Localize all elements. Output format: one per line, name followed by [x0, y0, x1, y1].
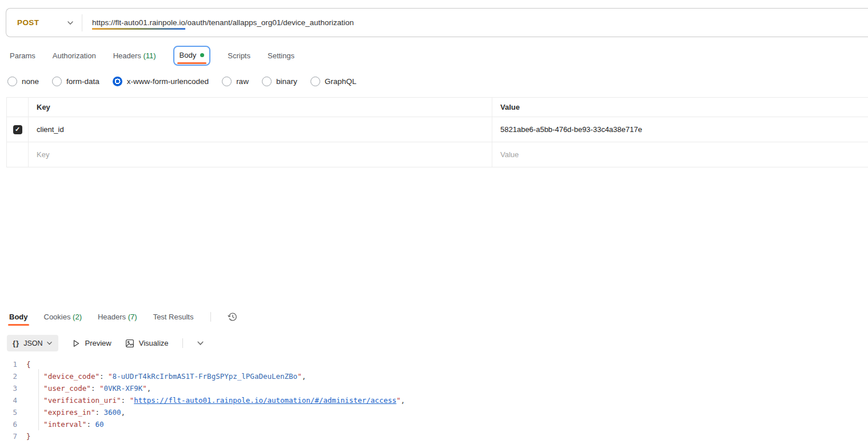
line-number: 5	[0, 406, 26, 418]
url-path: /oauth/tenant/allapps_org01/device_autho…	[185, 18, 354, 27]
request-tabs: Params Authorization Headers (11) Body S…	[0, 43, 868, 67]
line-number: 1	[0, 358, 26, 370]
code-line: 6 "interval": 60	[0, 418, 868, 430]
code-line: 3 "user_code": "0VKR-XF9K",	[0, 382, 868, 394]
response-tab-cookies[interactable]: Cookies (2)	[44, 313, 82, 321]
body-type-graphql[interactable]: GraphQL	[310, 77, 357, 86]
response-format-selector[interactable]: {} JSON	[7, 335, 58, 351]
response-pane: Body Cookies (2) Headers (7) Test Result…	[0, 306, 868, 442]
row-checkbox-cell: ✓	[7, 117, 29, 142]
code-line: 5 "expires_in": 3600,	[0, 406, 868, 418]
radio-icon	[222, 77, 232, 86]
row-checkbox-cell	[7, 142, 29, 167]
method-selector[interactable]: POST	[6, 18, 82, 27]
response-code: 1{2 "device_code": "8-uUDrT4kRcIrbmAS1T-…	[0, 358, 868, 442]
response-toolbar: {} JSON Preview Visualize	[0, 335, 868, 351]
value-cell-placeholder[interactable]: Value	[492, 142, 868, 167]
tab-authorization[interactable]: Authorization	[53, 51, 96, 60]
response-tab-body[interactable]: Body	[9, 313, 28, 321]
url-input[interactable]: https://flt-auto01.rainpole.io/oauth/ten…	[92, 18, 354, 27]
body-type-urlencoded[interactable]: x-www-form-urlencoded	[113, 77, 209, 86]
play-outline-icon	[72, 339, 80, 347]
value-column-header: Value	[492, 98, 868, 117]
key-column-header: Key	[29, 98, 492, 117]
body-type-form-data[interactable]: form-data	[52, 77, 99, 86]
format-label: JSON	[23, 339, 42, 347]
radio-selected-icon	[113, 77, 122, 86]
line-number: 6	[0, 418, 26, 430]
history-clock-icon	[227, 311, 238, 322]
indent-guide	[38, 369, 39, 430]
value-cell[interactable]: 5821abe6-a5bb-476d-be93-33c4a38e717e	[492, 117, 868, 142]
response-headers-count: (7)	[128, 313, 137, 321]
cookies-count: (2)	[73, 313, 82, 321]
urlencoded-params-table: Key Value ✓ client_id 5821abe6-a5bb-476d…	[6, 97, 868, 167]
body-modified-dot-icon	[200, 53, 204, 57]
body-type-options: none form-data x-www-form-urlencoded raw…	[0, 71, 868, 91]
divider	[82, 14, 82, 31]
key-cell-placeholder[interactable]: Key	[29, 142, 492, 167]
table-header-row: Key Value	[7, 98, 868, 117]
line-number: 7	[0, 430, 26, 442]
table-row: ✓ client_id 5821abe6-a5bb-476d-be93-33c4…	[7, 117, 868, 142]
visualize-button[interactable]: Visualize	[125, 339, 169, 348]
response-tabs: Body Cookies (2) Headers (7) Test Result…	[0, 306, 868, 327]
row-checkbox[interactable]: ✓	[13, 125, 22, 134]
response-tab-test-results[interactable]: Test Results	[153, 313, 194, 321]
response-history-button[interactable]	[227, 311, 238, 322]
tab-settings[interactable]: Settings	[268, 51, 294, 60]
preview-button[interactable]: Preview	[72, 339, 111, 347]
radio-icon	[262, 77, 272, 86]
code-line: 7}	[0, 430, 868, 442]
image-icon	[125, 339, 134, 348]
headers-count: (11)	[143, 51, 156, 60]
line-number: 3	[0, 382, 26, 394]
code-line: 4 "verification_uri": "https://flt-auto0…	[0, 394, 868, 406]
tab-scripts[interactable]: Scripts	[228, 51, 250, 60]
code-line: 2 "device_code": "8-uUDrT4kRcIrbmAS1T-Fr…	[0, 370, 868, 382]
chevron-down-icon	[46, 340, 53, 346]
tab-headers[interactable]: Headers (11)	[113, 51, 156, 60]
radio-icon	[52, 77, 62, 86]
body-type-binary[interactable]: binary	[262, 77, 297, 86]
response-tab-headers[interactable]: Headers (7)	[98, 313, 137, 321]
table-row-empty: Key Value	[7, 142, 868, 167]
tab-body[interactable]: Body	[173, 46, 211, 66]
line-number: 2	[0, 370, 26, 382]
visualize-options-chevron[interactable]	[197, 339, 204, 347]
divider	[210, 312, 211, 322]
body-type-raw[interactable]: raw	[222, 77, 249, 86]
url-origin: https://flt-auto01.rainpole.io	[92, 18, 185, 30]
radio-icon	[310, 77, 320, 86]
line-number: 4	[0, 394, 26, 406]
divider	[182, 338, 183, 348]
verification-uri-link[interactable]: https://flt-auto01.rainpole.io/automatio…	[134, 396, 396, 405]
method-label: POST	[17, 18, 39, 27]
body-type-none[interactable]: none	[7, 77, 39, 86]
tab-params[interactable]: Params	[10, 51, 35, 60]
braces-icon: {}	[13, 339, 19, 347]
radio-icon	[7, 77, 17, 86]
request-url-bar: POST https://flt-auto01.rainpole.io/oaut…	[6, 8, 868, 37]
chevron-down-icon	[67, 19, 74, 26]
select-all-cell	[7, 98, 29, 117]
checkmark-icon: ✓	[15, 126, 20, 133]
code-line: 1{	[0, 358, 868, 370]
key-cell[interactable]: client_id	[29, 117, 492, 142]
